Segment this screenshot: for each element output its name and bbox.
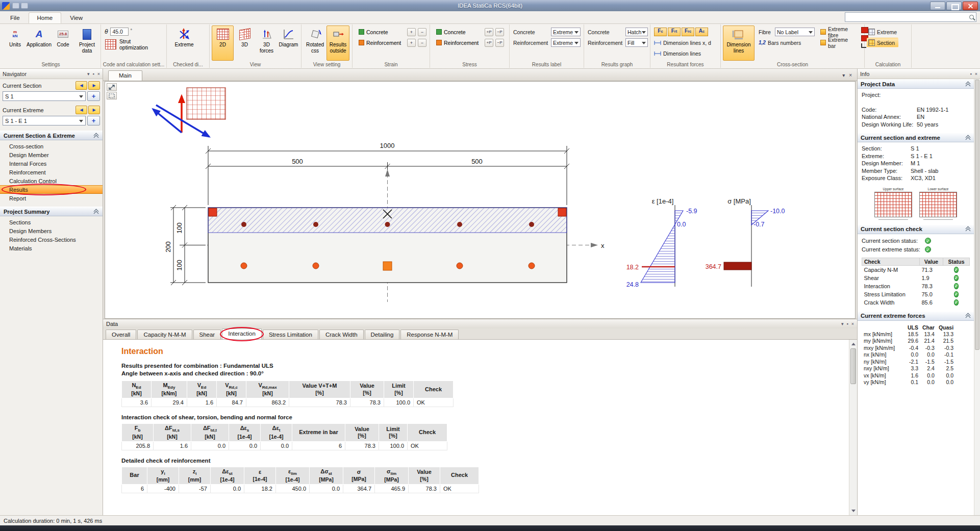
application-button[interactable]: A Application — [27, 26, 51, 61]
scroll-up-button[interactable] — [849, 340, 857, 348]
code-button[interactable]: 25.8 Code — [51, 26, 75, 61]
zoom-extents-button[interactable] — [107, 83, 117, 91]
strain-reinforcement-remove-icon[interactable]: − — [418, 39, 426, 47]
bars-numbers-checkbox[interactable]: 1,2 Bars numbers — [757, 38, 816, 47]
data-panel-menu-icon[interactable]: ▾ — [841, 321, 844, 326]
scroll-thumb[interactable] — [850, 348, 856, 384]
data-panel-pin-icon[interactable]: ▪ — [847, 321, 848, 326]
fibre-label-select[interactable]: No Label — [775, 28, 815, 36]
dimension-lines-xd-checkbox[interactable]: Dimension lines x, d — [652, 38, 713, 47]
add-section-button[interactable]: + — [87, 91, 100, 101]
view-2d-button[interactable]: 2D — [212, 26, 234, 61]
navigator-item-reinforced-cross-sections[interactable]: Reinforced Cross-Sections — [0, 235, 103, 244]
calculation-extreme-toggle[interactable]: Extreme — [867, 27, 898, 37]
navigator-close-icon[interactable]: × — [97, 71, 100, 77]
navigator-item-sections[interactable]: Sections — [0, 218, 103, 226]
results-outside-button[interactable]: Results outside — [326, 26, 349, 61]
dimension-lines-checkbox[interactable]: Dimension lines — [652, 48, 713, 58]
strain-concrete-toggle[interactable]: Concrete — [356, 27, 405, 37]
force-frc-toggle[interactable]: Frc — [682, 28, 694, 36]
reinforcement-results-label-select[interactable]: Extreme — [551, 38, 581, 47]
navigator-group-project-summary[interactable]: Project Summary — [0, 207, 103, 216]
search-icon[interactable] — [969, 15, 974, 19]
close-button[interactable] — [963, 2, 978, 10]
next-extreme-button[interactable]: ▶ — [88, 106, 100, 114]
current-extreme-select[interactable]: S 1 - E 1 — [3, 116, 86, 125]
tab-view[interactable]: View — [61, 12, 91, 23]
next-section-button[interactable]: ▶ — [88, 81, 100, 90]
drawing-canvas[interactable]: 1000 500 500 200 100 100 x — [105, 81, 856, 319]
tab-file[interactable]: File — [2, 12, 29, 23]
units-button[interactable]: mkN Units — [3, 26, 27, 61]
navigator-item-report[interactable]: Report — [0, 194, 103, 203]
force-ac-toggle[interactable]: Ac — [695, 28, 708, 36]
checked-direction-extreme-button[interactable]: Extreme — [169, 26, 199, 61]
calculation-section-toggle[interactable]: Section — [867, 38, 898, 47]
scroll-down-button[interactable] — [849, 507, 857, 515]
data-tab-capacity-n-m-m[interactable]: Capacity N-M-M — [137, 330, 192, 339]
navigator-item-reinforcement[interactable]: Reinforcement — [0, 168, 103, 176]
stress-concrete-minus-icon[interactable]: −P — [495, 28, 504, 36]
project-data-section-header[interactable]: Project Data — [858, 79, 974, 89]
force-frt-toggle[interactable]: Frt — [668, 28, 681, 36]
concrete-results-graph-select[interactable]: Hatch — [625, 28, 648, 36]
navigator-pin-icon[interactable]: ▪ — [93, 71, 94, 77]
data-tab-interaction[interactable]: Interaction — [222, 328, 262, 339]
stress-reinforcement-toggle[interactable]: Reinforcement — [434, 38, 483, 47]
strain-reinforcement-toggle[interactable]: Reinforcement — [356, 38, 405, 47]
navigator-item-internal-forces[interactable]: Internal Forces — [0, 159, 103, 168]
rotated-css-button[interactable]: Rotated css — [304, 26, 326, 61]
data-scrollbar[interactable] — [849, 340, 857, 515]
stress-concrete-toggle[interactable]: Concrete — [434, 27, 483, 37]
data-tab-shear[interactable]: Shear — [193, 330, 221, 339]
quick-access-icon[interactable] — [12, 3, 19, 9]
info-pin-icon[interactable]: ▪ — [970, 71, 972, 77]
cross-section-dimension-lines-button[interactable]: Dimension lines — [723, 26, 755, 61]
data-panel-close-icon[interactable]: × — [851, 321, 854, 326]
current-section-select[interactable]: S 1 — [3, 91, 86, 101]
section-check-section-header[interactable]: Current section check — [858, 224, 974, 234]
navigator-item-results[interactable]: Results — [0, 185, 103, 194]
data-tab-detailing[interactable]: Detailing — [365, 330, 400, 339]
extreme-fibre-checkbox[interactable]: Extreme fibre — [819, 27, 859, 37]
info-close-icon[interactable]: × — [975, 71, 977, 77]
current-section-section-header[interactable]: Current section and extreme — [858, 133, 974, 142]
navigator-group-current-section[interactable]: Current Section & Extreme — [0, 131, 103, 140]
extreme-bar-checkbox[interactable]: Extreme bar — [819, 38, 859, 47]
info-scrollbar[interactable] — [974, 79, 980, 515]
data-tab-stress-limitation[interactable]: Stress Limitation — [263, 330, 318, 339]
strain-concrete-remove-icon[interactable]: − — [418, 28, 426, 36]
previous-section-button[interactable]: ◀ — [76, 81, 87, 90]
minimize-button[interactable] — [930, 2, 945, 10]
scroll-thumb[interactable] — [975, 80, 979, 350]
navigator-item-calculation-control[interactable]: Calculation Control — [0, 176, 103, 185]
navigator-item-cross-section[interactable]: Cross-section — [0, 142, 103, 150]
view-diagram-button[interactable]: Diagram — [278, 26, 299, 61]
navigator-item-design-members[interactable]: Design Members — [0, 226, 103, 235]
add-extreme-button[interactable]: + — [87, 116, 100, 125]
data-tab-response-n-m-m[interactable]: Response N-M-M — [400, 330, 459, 339]
view-3d-button[interactable]: 3D — [234, 26, 256, 61]
zoom-window-button[interactable] — [107, 92, 117, 99]
strain-reinforcement-add-icon[interactable]: + — [407, 39, 416, 47]
extreme-forces-section-header[interactable]: Current extreme forces — [858, 311, 974, 321]
strain-concrete-add-icon[interactable]: + — [407, 28, 416, 36]
windows-taskbar[interactable] — [0, 525, 980, 531]
strut-angle-value[interactable]: 45.0 — [110, 28, 129, 36]
quick-access-icon[interactable] — [21, 3, 28, 9]
data-tab-crack-width[interactable]: Crack Width — [319, 330, 364, 339]
ribbon-search-input[interactable] — [847, 13, 967, 21]
reinforcement-results-graph-select[interactable]: Fill — [625, 38, 648, 47]
stress-reinforcement-plus-icon[interactable]: +P — [485, 39, 493, 47]
tab-main[interactable]: Main — [108, 70, 142, 81]
view-3d-forces-button[interactable]: 3D forces — [256, 26, 278, 61]
navigator-item-design-member[interactable]: Design Member — [0, 150, 103, 159]
data-tab-overall[interactable]: Overall — [106, 330, 136, 339]
tab-close-icon[interactable]: × — [849, 72, 852, 78]
tab-home[interactable]: Home — [29, 12, 62, 23]
strut-optimization-button[interactable]: Strut optimization — [103, 37, 164, 52]
navigator-menu-icon[interactable]: ▾ — [87, 71, 90, 77]
force-fc-toggle[interactable]: Fc — [654, 28, 667, 36]
previous-extreme-button[interactable]: ◀ — [76, 106, 87, 114]
stress-concrete-plus-icon[interactable]: +P — [485, 28, 493, 36]
